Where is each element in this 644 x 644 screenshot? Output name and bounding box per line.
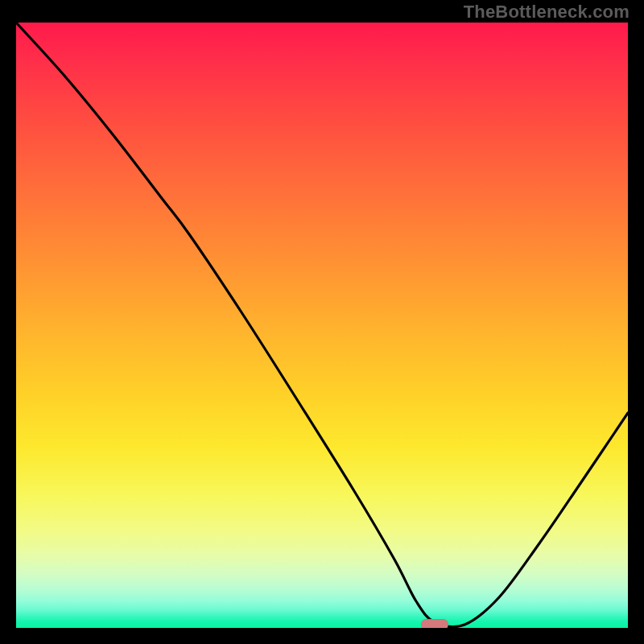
plot-area [16,23,628,628]
chart-frame: TheBottleneck.com [0,0,644,644]
optimal-point-marker [421,619,448,628]
bottleneck-curve [16,23,628,628]
attribution-label: TheBottleneck.com [464,2,630,23]
